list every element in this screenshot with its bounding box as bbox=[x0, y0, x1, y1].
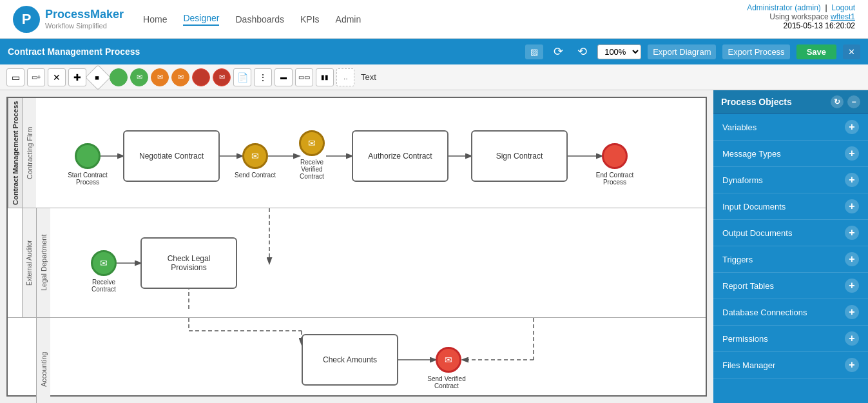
panel-item-label: Message Types bbox=[722, 149, 781, 159]
task-authorize[interactable]: Authorize Contract bbox=[352, 130, 448, 182]
nav-dashboards[interactable]: Dashboards bbox=[235, 14, 284, 25]
panel-item-permissions[interactable]: Permissions + bbox=[713, 326, 868, 352]
report-tables-add-btn[interactable]: + bbox=[845, 279, 859, 293]
main-area: Contract Management Process Contracting … bbox=[0, 90, 868, 403]
panel-item-report-tables[interactable]: Report Tables + bbox=[713, 273, 868, 299]
panel-item-db-connections[interactable]: Database Connections + bbox=[713, 299, 868, 326]
diagram-canvas[interactable]: Contract Management Process Contracting … bbox=[0, 90, 713, 403]
tool-text-label[interactable]: Text bbox=[357, 72, 380, 82]
panel-item-message-types[interactable]: Message Types + bbox=[713, 141, 868, 167]
tool-gateway-diamond[interactable]: ◆ bbox=[85, 64, 111, 90]
task-check-amounts[interactable]: Check Amounts bbox=[302, 334, 398, 386]
pool-container: Contract Management Process Contracting … bbox=[6, 97, 707, 397]
user-info: Administrator (admin) | Logout Using wor… bbox=[747, 3, 855, 30]
nav-admin[interactable]: Admin bbox=[336, 14, 362, 25]
lanes-area: Contract Management Process Contracting … bbox=[8, 98, 706, 395]
tool-expanded[interactable]: ▭▭ bbox=[295, 68, 313, 86]
panel-item-triggers[interactable]: Triggers + bbox=[713, 246, 868, 273]
nav-designer[interactable]: Designer bbox=[183, 13, 219, 26]
panel-header-icons: ↻ − bbox=[831, 95, 860, 108]
panel-item-label: Files Manager bbox=[722, 360, 775, 370]
recv-verified-event[interactable]: ✉ Receive VerifiedContract bbox=[299, 130, 325, 156]
end-contract-event[interactable]: End ContractProcess bbox=[602, 143, 628, 169]
panel-header: Process Objects ↻ − bbox=[713, 90, 868, 114]
db-connections-add-btn[interactable]: + bbox=[845, 305, 859, 319]
panel-item-label: Permissions bbox=[722, 334, 768, 344]
tool-intermediate-send[interactable]: ✉ bbox=[171, 68, 189, 86]
variables-add-btn[interactable]: + bbox=[845, 120, 859, 134]
close-btn[interactable]: ✕ bbox=[843, 44, 860, 59]
tool-database[interactable]: ⋮ bbox=[254, 68, 272, 86]
process-bar: Contract Management Process ▨ ⟳ ⟲ 100% 7… bbox=[0, 39, 868, 64]
tool-start-message[interactable]: ✉ bbox=[130, 68, 148, 86]
tool-gateway-plus[interactable]: ✚ bbox=[68, 68, 86, 86]
panel-item-input-docs[interactable]: Input Documents + bbox=[713, 193, 868, 220]
save-btn[interactable]: Save bbox=[796, 44, 836, 59]
tool-selection[interactable]: ‥ bbox=[336, 68, 354, 86]
permissions-add-btn[interactable]: + bbox=[845, 331, 859, 346]
lane-label-accounting: Accounting bbox=[36, 318, 50, 403]
panel-item-label: Output Documents bbox=[722, 228, 792, 238]
tool-start-event[interactable] bbox=[110, 68, 128, 86]
logo-icon: P bbox=[13, 6, 40, 33]
input-docs-add-btn[interactable]: + bbox=[845, 199, 859, 213]
screen-btn[interactable]: ▨ bbox=[525, 44, 543, 59]
datetime: 2015-05-13 16:20:02 bbox=[747, 21, 855, 30]
minus-icon[interactable]: − bbox=[847, 95, 860, 108]
panel-item-output-docs[interactable]: Output Documents + bbox=[713, 220, 868, 246]
panel-item-label: Database Connections bbox=[722, 308, 807, 317]
send-verified-event[interactable]: ✉ Send VerifiedContract bbox=[436, 347, 461, 373]
tool-document[interactable]: 📄 bbox=[233, 68, 251, 86]
send-contract-event[interactable]: ✉ Send Contract bbox=[242, 143, 268, 169]
process-title: Contract Management Process bbox=[8, 46, 519, 57]
tool-collapsed[interactable]: ▬ bbox=[275, 68, 293, 86]
receive-contract-event[interactable]: ✉ ReceiveContract bbox=[91, 250, 117, 276]
pool-label: Contract Management Process bbox=[8, 98, 22, 208]
dynaforms-add-btn[interactable]: + bbox=[845, 173, 859, 187]
logout-link[interactable]: Logout bbox=[831, 3, 855, 12]
panel-item-label: Variables bbox=[722, 123, 757, 132]
tool-end-message[interactable]: ✉ bbox=[213, 68, 231, 86]
nav-links: Home Designer Dashboards KPIs Admin bbox=[143, 13, 361, 26]
lane-label-auditor: External Auditor bbox=[22, 208, 36, 317]
workspace-info: Using workspace wftest1 bbox=[747, 12, 855, 21]
files-manager-add-btn[interactable]: + bbox=[845, 358, 859, 372]
panel-item-dynaforms[interactable]: Dynaforms + bbox=[713, 167, 868, 193]
undo-btn[interactable]: ⟲ bbox=[574, 43, 591, 60]
lane-legal: External Auditor Legal Department bbox=[8, 208, 706, 318]
tool-subprocess[interactable]: ▭+ bbox=[27, 68, 45, 86]
nav-home[interactable]: Home bbox=[143, 14, 167, 25]
triggers-add-btn[interactable]: + bbox=[845, 252, 859, 266]
task-check-legal[interactable]: Check LegalProvisions bbox=[140, 237, 237, 289]
message-types-add-btn[interactable]: + bbox=[845, 146, 859, 161]
admin-link[interactable]: Administrator (admin) bbox=[747, 3, 821, 12]
task-sign[interactable]: Sign Contract bbox=[471, 130, 568, 182]
export-diagram-btn[interactable]: Export Diagram bbox=[648, 44, 716, 59]
panel-title: Process Objects bbox=[721, 97, 792, 107]
export-process-btn[interactable]: Export Process bbox=[722, 44, 789, 59]
redo-btn[interactable]: ⟳ bbox=[550, 43, 567, 60]
tool-lanes[interactable]: ▮▮ bbox=[316, 68, 334, 86]
output-docs-add-btn[interactable]: + bbox=[845, 226, 859, 240]
brand-sub: Workflow Simplified bbox=[45, 22, 124, 30]
start-event[interactable]: Start ContractProcess bbox=[75, 143, 101, 169]
refresh-icon[interactable]: ↻ bbox=[831, 95, 844, 108]
workspace-link[interactable]: wftest1 bbox=[831, 12, 855, 21]
nav-kpis[interactable]: KPIs bbox=[300, 14, 320, 25]
panel-item-variables[interactable]: Variables + bbox=[713, 114, 868, 141]
panel-item-label: Dynaforms bbox=[722, 175, 763, 185]
tool-gateway-x[interactable]: ✕ bbox=[48, 68, 66, 86]
panel-item-label: Report Tables bbox=[722, 281, 774, 291]
lane-content-contracting: Start ContractProcess Negotiate Contract… bbox=[36, 98, 706, 208]
tool-intermediate-msg[interactable]: ✉ bbox=[151, 68, 169, 86]
tools-bar: ▭ ▭+ ✕ ✚ ◆ ✉ ✉ ✉ ✉ 📄 ⋮ ▬ ▭▭ ▮▮ ‥ Text bbox=[0, 64, 868, 90]
task-negotiate[interactable]: Negotiate Contract bbox=[123, 130, 220, 182]
logo-area: P ProcessMaker Workflow Simplified bbox=[13, 6, 124, 33]
lane-label-contracting: Contracting Firm bbox=[22, 98, 36, 208]
tool-rectangle[interactable]: ▭ bbox=[6, 68, 24, 86]
tool-end-event[interactable] bbox=[192, 68, 210, 86]
panel-item-files-manager[interactable]: Files Manager + bbox=[713, 352, 868, 378]
brand-name: ProcessMaker bbox=[45, 8, 124, 22]
zoom-select[interactable]: 100% 75% 50% 125% bbox=[597, 44, 641, 59]
lane-label-legal: Legal Department bbox=[36, 208, 50, 317]
